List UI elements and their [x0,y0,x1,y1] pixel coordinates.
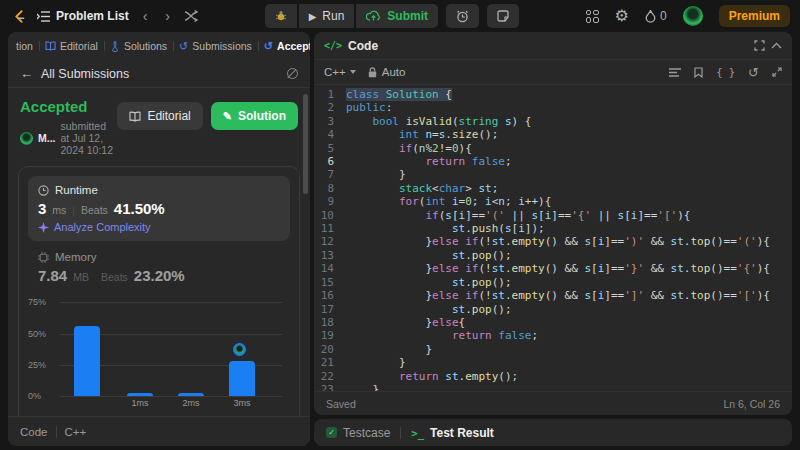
editorial-button[interactable]: Editorial [117,102,202,130]
user-submission-marker[interactable] [233,343,246,356]
leetcode-logo[interactable] [10,7,27,26]
footer-language-label[interactable]: C++ [65,426,87,438]
code-panel-title: Code [348,39,378,53]
code-line[interactable]: 2public: [314,101,792,114]
code-line[interactable]: 1class Solution { [314,88,792,101]
tab-label: tion [16,40,33,52]
code-line[interactable]: 8 stack<char> st; [314,182,792,195]
debug-button[interactable] [265,4,297,28]
back-arrow-icon[interactable]: ← [20,66,33,81]
tab-submissions[interactable]: ↺Submissions [173,32,258,60]
code-line[interactable]: 9 for(int i=0; i<n; i++){ [314,195,792,208]
runtime-beats-label: Beats [81,204,108,216]
problem-list-button[interactable]: Problem List [37,9,129,23]
runtime-beats-value: 41.50% [114,200,165,217]
flask-icon [110,41,120,52]
tab-solutions[interactable]: Solutions [104,32,173,60]
code-line[interactable]: 5 if(n%2!=0){ [314,142,792,155]
code-line[interactable]: 23 } [314,383,792,391]
divider [56,426,57,438]
code-line[interactable]: 22 return st.empty(); [314,370,792,383]
notes-button[interactable] [487,4,519,28]
run-label: Run [322,9,344,23]
x-tick-label: 3ms [234,398,251,408]
braces-icon[interactable]: { } [716,66,735,78]
user-avatar[interactable] [683,6,703,26]
tab-tion[interactable]: tion [10,32,39,60]
expand-editor-icon[interactable] [772,67,782,77]
premium-button[interactable]: Premium [719,5,790,27]
code-line[interactable]: 16 }else if(!st.empty() && s[i]==']' && … [314,289,792,302]
analyze-complexity-link[interactable]: Analyze Complexity [38,221,280,233]
terminal-icon: >_ [411,427,424,439]
code-line[interactable]: 18 }else{ [314,316,792,329]
tab-accepted[interactable]: ↺Accepted× [258,32,310,60]
code-line[interactable]: 6 return false; [314,155,792,168]
memory-unit: MB [73,271,89,283]
next-problem-button[interactable]: › [161,8,174,24]
format-code-icon[interactable] [669,68,681,77]
memory-title: Memory [55,251,97,263]
all-submissions-header[interactable]: ← All Submissions [8,60,310,88]
code-editor[interactable]: 1class Solution {2public:3 bool isValid(… [314,85,792,391]
memory-section[interactable]: Memory 7.84 MB Beats 23.20% [38,251,280,284]
code-line[interactable]: 7 } [314,168,792,181]
tab-testcase[interactable]: ✓ Testcase [326,426,390,440]
debug-icon [275,10,287,22]
streak-counter[interactable]: 0 [645,9,667,23]
y-tick-label: 50% [28,329,54,339]
code-line[interactable]: 14 }else if(!st.empty() && s[i]=='}' && … [314,262,792,275]
y-tick-label: 25% [28,360,54,370]
code-panel: </> Code C++ Auto [314,32,792,415]
tab-test-result[interactable]: >_ Test Result [411,426,493,440]
runtime-distribution-chart[interactable]: 75%50%25%0% [60,296,282,396]
collapse-panel-icon[interactable] [771,42,782,49]
checkbox-icon: ✓ [326,427,337,438]
bar-unlabeled[interactable] [74,326,100,396]
tab-editorial[interactable]: Editorial [39,32,104,60]
run-button[interactable]: ▶ Run [299,4,355,28]
bar-1ms[interactable] [127,393,153,396]
fullscreen-icon[interactable] [754,40,765,51]
bar-2ms[interactable] [178,393,204,396]
code-line[interactable]: 17 st.pop(); [314,303,792,316]
book-icon [45,41,56,51]
submit-button[interactable]: Submit [356,4,438,28]
timer-button[interactable] [446,4,479,28]
left-panel-scrollbar[interactable] [303,94,308,194]
tab-label: Submissions [192,40,252,52]
footer-code-label[interactable]: Code [20,426,48,438]
bar-3ms[interactable] [229,361,255,396]
runtime-value: 3 [38,200,46,217]
code-line[interactable]: 20 } [314,343,792,356]
runtime-card[interactable]: Runtime 3 ms | Beats 41.50% Analyze Comp… [28,176,290,241]
code-line[interactable]: 13 st.pop(); [314,249,792,262]
tab-label: Editorial [60,40,98,52]
code-line[interactable]: 4 int n=s.size(); [314,128,792,141]
memory-value: 7.84 [38,267,67,284]
auto-format-toggle[interactable]: Auto [368,66,406,78]
layout-grid-icon[interactable] [586,10,599,23]
main-area: tionEditorialSolutions↺Submissions↺Accep… [0,32,800,446]
link-icon[interactable] [287,68,298,79]
code-line[interactable]: 15 st.pop(); [314,276,792,289]
pencil-icon: ✎ [223,110,232,123]
code-line[interactable]: 3 bool isValid(string s) { [314,115,792,128]
language-selector[interactable]: C++ [324,66,356,78]
divider [400,427,401,439]
code-line[interactable]: 21 } [314,356,792,369]
gear-icon[interactable]: ⚙ [615,8,629,24]
tab-label: Solutions [124,40,167,52]
code-line[interactable]: 12 }else if(!st.empty() && s[i]==')' && … [314,235,792,248]
solution-button[interactable]: ✎ Solution [211,102,298,130]
code-line[interactable]: 19 return false; [314,329,792,342]
cursor-position: Ln 6, Col 26 [723,398,780,410]
note-icon [497,10,509,22]
streak-count: 0 [660,9,667,23]
shuffle-icon[interactable] [184,10,198,22]
bookmark-icon[interactable] [694,67,703,78]
code-line[interactable]: 10 if(s[i]=='(' || s[i]=='{' || s[i]=='[… [314,209,792,222]
prev-problem-button[interactable]: ‹ [139,8,152,24]
code-line[interactable]: 11 st.push(s[i]); [314,222,792,235]
reset-code-icon[interactable]: ↺ [748,66,759,79]
